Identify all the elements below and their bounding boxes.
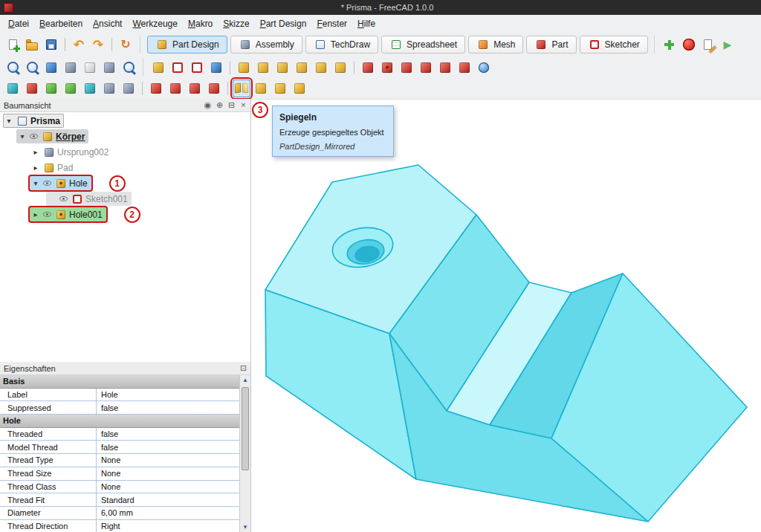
expander-icon[interactable]	[31, 149, 40, 156]
tree-item[interactable]: Hole001 2	[0, 207, 250, 222]
chamfer-icon[interactable]	[166, 80, 184, 97]
subtractive-pipe-icon[interactable]	[436, 59, 454, 77]
float-icon[interactable]: ⊡	[239, 363, 248, 373]
new-file-icon[interactable]	[4, 36, 22, 53]
scrollbar[interactable]: ▲ ▼	[239, 375, 250, 532]
edit-sketch-icon[interactable]	[188, 59, 206, 77]
polar-pattern-icon[interactable]	[271, 80, 289, 97]
datum-line-icon[interactable]	[100, 80, 118, 97]
mirrored-icon[interactable]	[233, 80, 250, 97]
pocket-icon[interactable]	[359, 59, 377, 77]
linear-pattern-icon[interactable]	[252, 80, 270, 97]
overlay-icon[interactable]: ◉	[203, 100, 213, 110]
fit-selection-icon[interactable]	[23, 59, 41, 77]
pad-icon[interactable]	[235, 59, 253, 77]
create-sketch-icon[interactable]	[169, 59, 187, 77]
datum-plane-icon[interactable]	[42, 80, 60, 97]
property-value[interactable]: None	[97, 454, 240, 467]
clone-icon[interactable]	[81, 80, 99, 97]
groove-icon[interactable]	[398, 59, 415, 77]
thickness-icon[interactable]	[205, 80, 223, 97]
datum-point-icon[interactable]	[120, 80, 137, 97]
menu-item[interactable]: Part Design	[255, 16, 312, 31]
expander-icon[interactable]	[4, 117, 13, 125]
property-value[interactable]: Standard	[97, 493, 240, 506]
hole-icon[interactable]	[378, 59, 396, 77]
draft-icon[interactable]	[186, 80, 204, 97]
menu-item[interactable]: Hilfe	[352, 16, 380, 31]
create-body-icon[interactable]	[149, 59, 167, 77]
refresh-icon[interactable]	[117, 36, 135, 53]
property-row[interactable]: Model Thread false	[0, 441, 240, 454]
menu-item[interactable]: Fenster	[311, 16, 352, 31]
property-row[interactable]: Hole	[0, 415, 240, 428]
property-row[interactable]: Thread Type None	[0, 454, 240, 467]
property-value[interactable]: 6,00 mm	[97, 507, 240, 519]
scrollbar-thumb[interactable]	[242, 387, 249, 470]
draw-style-icon[interactable]	[81, 59, 99, 77]
property-value[interactable]: None	[97, 467, 240, 480]
property-row[interactable]: Threaded false	[0, 428, 240, 441]
expander-icon[interactable]	[18, 133, 27, 140]
macro-run-icon[interactable]	[719, 36, 736, 53]
property-value[interactable]: false	[97, 441, 240, 453]
expander-icon[interactable]	[31, 164, 40, 172]
tree-item[interactable]: Körper	[0, 129, 250, 144]
workbench-button[interactable]: Part Design	[147, 36, 227, 53]
additive-pipe-icon[interactable]	[293, 59, 311, 77]
workbench-button[interactable]: Mesh	[468, 36, 523, 53]
boolean-operation-icon[interactable]	[4, 80, 22, 97]
close-icon[interactable]: ×	[239, 100, 248, 110]
property-row[interactable]: Thread Fit Standard	[0, 493, 240, 507]
menu-item[interactable]: Ansicht	[88, 16, 127, 31]
property-value[interactable]: None	[97, 481, 240, 493]
model-left-face[interactable]	[265, 290, 416, 479]
workbench-button[interactable]: Assembly	[230, 36, 302, 53]
expander-icon[interactable]	[31, 211, 40, 218]
additive-loft-icon[interactable]	[273, 59, 291, 77]
macro-insert-icon[interactable]	[661, 36, 679, 53]
multitransform-icon[interactable]	[291, 80, 308, 97]
macro-record-icon[interactable]	[680, 36, 698, 53]
model-right-wall-face[interactable]	[490, 273, 623, 438]
sync-view-icon[interactable]	[62, 59, 80, 77]
property-row[interactable]: Diameter 6,00 mm	[0, 507, 240, 520]
menu-item[interactable]: Makro	[183, 16, 218, 31]
save-icon[interactable]	[42, 36, 60, 53]
property-row[interactable]: Suppressed false	[0, 401, 240, 415]
additive-primitive-icon[interactable]	[331, 59, 349, 77]
property-row[interactable]: Thread Size None	[0, 467, 240, 481]
fillet-icon[interactable]	[147, 80, 165, 97]
property-value[interactable]: Right	[97, 520, 240, 532]
undock-icon[interactable]: ⊟	[227, 100, 236, 110]
property-row[interactable]: Label Hole	[0, 389, 240, 402]
workbench-button[interactable]: Spreadsheet	[381, 36, 465, 53]
additive-helix-icon[interactable]	[312, 59, 330, 77]
property-value[interactable]: false	[97, 401, 240, 414]
model-groove-left-face[interactable]	[389, 215, 529, 411]
workbench-button[interactable]: TechDraw	[305, 36, 378, 53]
model-groove-right-face[interactable]	[447, 282, 571, 425]
axonometric-view-icon[interactable]	[42, 59, 60, 77]
menu-item[interactable]: Skizze	[218, 16, 254, 31]
redo-icon[interactable]	[89, 36, 107, 53]
zoom-icon[interactable]	[120, 59, 137, 77]
property-value[interactable]: false	[97, 428, 240, 441]
tree-item[interactable]: Sketch001	[0, 191, 250, 207]
tree-item[interactable]: Prisma	[0, 113, 250, 129]
fit-all-icon[interactable]	[4, 59, 22, 77]
tree-item[interactable]: Ursprung002	[0, 144, 250, 160]
menu-item[interactable]: Datei	[3, 16, 34, 31]
menu-item[interactable]: Werkzeuge	[127, 16, 182, 31]
pocket-face-icon[interactable]	[23, 80, 41, 97]
expander-icon[interactable]	[31, 180, 40, 187]
settings-icon[interactable]: ⊕	[215, 100, 224, 110]
property-row[interactable]: Thread Class None	[0, 481, 240, 494]
subtractive-sphere-icon[interactable]	[475, 59, 493, 77]
shape-binder-icon[interactable]	[62, 80, 80, 97]
tree-item[interactable]: Hole 1	[0, 175, 250, 191]
tree-item[interactable]: Pad	[0, 160, 250, 175]
model-hole-bore[interactable]	[354, 244, 380, 263]
workbench-button[interactable]: Part	[526, 36, 576, 53]
undo-icon[interactable]	[70, 36, 88, 53]
